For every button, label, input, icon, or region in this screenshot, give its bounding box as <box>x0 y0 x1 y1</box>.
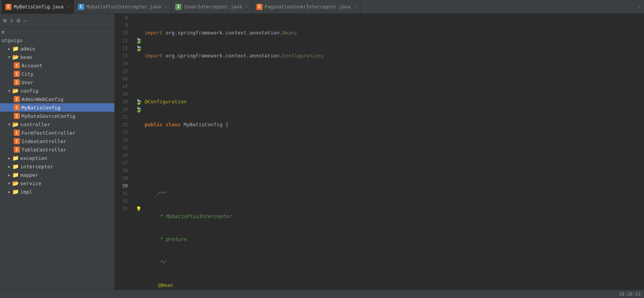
sidebar-item-service[interactable]: ▼ 📂 service <box>0 179 114 187</box>
line-numbers: 8 9 10 11 12 13 14 15 16 17 18 19 20 21 … <box>115 14 134 290</box>
ln-23: 23 <box>115 129 131 136</box>
gutter-28 <box>134 174 143 182</box>
sidebar-item-City[interactable]: C City <box>0 70 114 78</box>
admin-folder-icon: 📁 <box>12 46 19 52</box>
tab-icon-mybatis-plus-interceptor: C <box>78 4 84 10</box>
impl-arrow: ▶ <box>6 190 12 194</box>
gutter-10 <box>134 29 143 37</box>
impl-folder-icon: 📁 <box>12 189 19 195</box>
tab-close-pagination-inner[interactable]: ✕ <box>354 4 357 9</box>
ln-20: 20 <box>115 106 131 113</box>
code-line-8: import org.springframework.context.annot… <box>145 29 644 37</box>
code-line-16: * MybatisPlusInterceptor <box>145 213 644 220</box>
ln-9: 9 <box>115 21 131 29</box>
layout-icon[interactable]: ⇕ <box>10 17 14 24</box>
ln-22: 22 <box>115 121 131 129</box>
sidebar-item-label-Account: Account <box>21 63 42 68</box>
ln-31: 31 <box>115 190 131 197</box>
controller-folder-icon: 📂 <box>12 121 19 127</box>
tab-icon-inner-interceptor: I <box>175 4 181 10</box>
sidebar-item-config[interactable]: ▼ 📂 config <box>0 86 114 95</box>
sidebar-item-m[interactable]: m <box>0 28 114 36</box>
sidebar-item-AdminWebConfig[interactable]: C AdminWebConfig <box>0 95 114 103</box>
ln-19: 19 <box>115 98 131 106</box>
bean-folder-icon: 📂 <box>12 54 19 60</box>
code-content[interactable]: import org.springframework.context.annot… <box>143 14 644 290</box>
sidebar-item-interceptor[interactable]: ▶ 📁 interceptor <box>0 162 114 171</box>
gutter-13 <box>134 52 143 60</box>
sidebar-item-MyDataSourceConfig[interactable]: C MyDataSourceConfig <box>0 112 114 120</box>
gutter-11: 🍃 <box>134 37 143 44</box>
tab-label-mybatis-config: MyBatisConfig.java <box>14 4 64 10</box>
gutter-31 <box>134 197 143 205</box>
tab-icon-pagination-inner: C <box>256 4 262 10</box>
sidebar-item-controller[interactable]: ▼ 📂 controller <box>0 120 114 129</box>
global-icon[interactable]: ⊕ <box>3 17 7 24</box>
sidebar-item-IndexController[interactable]: C IndexController <box>0 137 114 145</box>
settings-icon[interactable]: ⚙ <box>16 17 20 24</box>
sidebar-item-label-controller: controller <box>20 122 50 127</box>
sidebar-item-label-interceptor: interceptor <box>20 164 53 169</box>
gutter-14 <box>134 60 143 67</box>
tab-inner-interceptor[interactable]: I InnerInterceptor.java ✕ <box>171 0 252 14</box>
sidebar-item-label-City: City <box>21 71 33 77</box>
exception-arrow: ▶ <box>6 156 12 160</box>
gutter-23 <box>134 136 143 144</box>
account-class-icon: C <box>14 62 20 68</box>
bean-arrow: ▼ <box>6 55 12 59</box>
gutter-18 <box>134 90 143 98</box>
sidebar-item-label-AdminWebConfig: AdminWebConfig <box>21 96 64 102</box>
sidebar-item-mapper[interactable]: ▶ 📁 mapper <box>0 171 114 179</box>
code-line-13 <box>145 144 644 151</box>
sidebar-toolbar: ⊕ ⇕ ⚙ — <box>0 14 114 28</box>
ln-24: 24 <box>115 136 131 144</box>
ln-21: 21 <box>115 113 131 121</box>
config-folder-icon: 📂 <box>12 88 19 94</box>
tab-close-mybatis-config[interactable]: ✕ <box>67 4 70 9</box>
sidebar-item-FormTestController[interactable]: C FormTestController <box>0 129 114 137</box>
mybatisconfig-class-icon: C <box>14 104 20 111</box>
gutter-27 <box>134 167 143 174</box>
gutter-33 <box>134 213 143 220</box>
tab-close-mybatis-plus-interceptor[interactable]: ✕ <box>165 4 168 9</box>
admin-arrow: ▶ <box>6 47 12 51</box>
ln-16: 16 <box>115 75 131 83</box>
minimize-icon[interactable]: — <box>23 17 27 24</box>
gutter-8 <box>134 14 143 21</box>
status-right: 10:26:51 <box>619 291 641 297</box>
tab-mybatis-plus-interceptor[interactable]: C MybatisPlusInterceptor.java ✕ <box>74 0 172 14</box>
gutter-25 <box>134 151 143 159</box>
tab-close-inner-interceptor[interactable]: ✕ <box>246 4 248 9</box>
code-line-17: * @return <box>145 236 644 243</box>
sidebar-item-label-IndexController: IndexController <box>21 138 66 144</box>
sidebar-item-TableController[interactable]: C TableController <box>0 145 114 154</box>
gutter-9 <box>134 21 143 29</box>
service-folder-icon: 📂 <box>12 180 19 186</box>
exception-folder-icon: 📁 <box>12 155 19 161</box>
sidebar-item-atguigu[interactable]: atguigu <box>0 36 114 44</box>
ln-32: 32 <box>115 197 131 205</box>
ln-25: 25 <box>115 144 131 151</box>
sidebar-item-Account[interactable]: C Account <box>0 61 114 70</box>
editor-area[interactable]: 8 9 10 11 12 13 14 15 16 17 18 19 20 21 … <box>115 14 644 290</box>
gutter-19: 🍃 <box>134 98 143 106</box>
gutter-19b: 🍃 <box>134 106 143 113</box>
tab-pagination-inner[interactable]: C PaginationInnerInterceptor.java ✕ <box>253 0 361 14</box>
sidebar-item-bean[interactable]: ▼ 📂 bean <box>0 53 114 61</box>
sidebar-item-label-service: service <box>20 181 41 186</box>
mapper-arrow: ▶ <box>6 173 12 177</box>
sidebar-item-impl[interactable]: ▶ 📁 impl <box>0 187 114 196</box>
gutter-12: 🍃 <box>134 44 143 52</box>
sidebar-item-User[interactable]: C User <box>0 78 114 86</box>
sidebar-item-MyBatisConfig[interactable]: C MyBatisConfig <box>0 103 114 112</box>
sidebar-item-exception[interactable]: ▶ 📁 exception <box>0 154 114 162</box>
main-area: ⊕ ⇕ ⚙ — m atguigu ▶ 📁 admin ▼ 📂 bean <box>0 14 644 290</box>
ln-8: 8 <box>115 14 131 21</box>
gutter-17 <box>134 83 143 90</box>
sidebar-item-label-admin: admin <box>20 46 35 52</box>
gutter-30 <box>134 190 143 197</box>
sidebar-item-label-TableController: TableController <box>21 147 66 153</box>
tab-mybatis-config[interactable]: C MyBatisConfig.java ✕ <box>2 0 74 14</box>
sidebar-item-admin[interactable]: ▶ 📁 admin <box>0 44 114 53</box>
code-line-11: @Configuration <box>145 98 644 106</box>
